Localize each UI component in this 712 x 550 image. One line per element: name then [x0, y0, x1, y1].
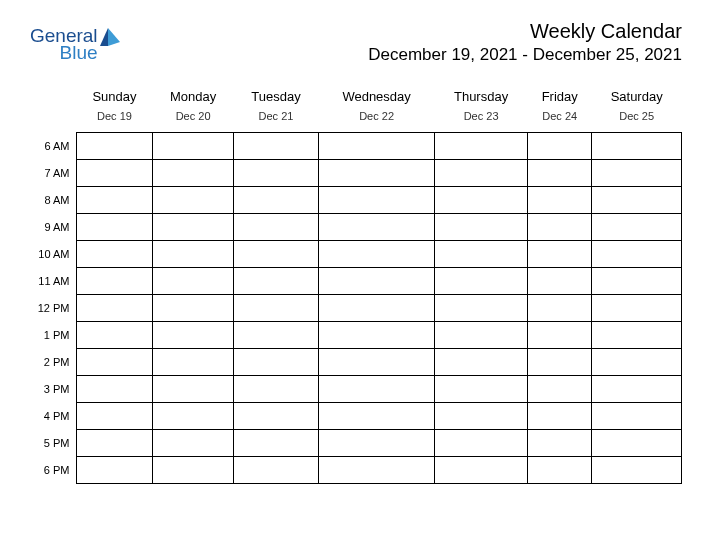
- time-slot[interactable]: [233, 268, 318, 295]
- time-slot[interactable]: [528, 430, 592, 457]
- time-slot[interactable]: [319, 322, 435, 349]
- time-slot[interactable]: [76, 133, 153, 160]
- time-slot[interactable]: [592, 160, 682, 187]
- time-slot[interactable]: [319, 430, 435, 457]
- time-slot[interactable]: [76, 322, 153, 349]
- time-slot[interactable]: [233, 322, 318, 349]
- time-slot[interactable]: [528, 322, 592, 349]
- time-slot[interactable]: [592, 349, 682, 376]
- page-title: Weekly Calendar: [368, 20, 682, 43]
- time-slot[interactable]: [435, 241, 528, 268]
- time-slot[interactable]: [76, 241, 153, 268]
- time-slot[interactable]: [319, 187, 435, 214]
- time-slot[interactable]: [76, 295, 153, 322]
- time-slot[interactable]: [435, 133, 528, 160]
- time-slot[interactable]: [435, 295, 528, 322]
- time-slot[interactable]: [592, 295, 682, 322]
- time-slot[interactable]: [153, 214, 233, 241]
- time-slot[interactable]: [435, 160, 528, 187]
- time-slot[interactable]: [528, 376, 592, 403]
- time-slot[interactable]: [76, 430, 153, 457]
- time-slot[interactable]: [592, 187, 682, 214]
- time-slot[interactable]: [233, 430, 318, 457]
- time-slot[interactable]: [435, 403, 528, 430]
- time-slot[interactable]: [233, 214, 318, 241]
- time-slot[interactable]: [435, 457, 528, 484]
- time-slot[interactable]: [153, 322, 233, 349]
- time-slot[interactable]: [435, 349, 528, 376]
- time-slot[interactable]: [153, 268, 233, 295]
- time-slot[interactable]: [153, 241, 233, 268]
- time-slot[interactable]: [528, 187, 592, 214]
- time-slot[interactable]: [528, 457, 592, 484]
- time-slot[interactable]: [76, 376, 153, 403]
- time-slot[interactable]: [319, 214, 435, 241]
- time-slot[interactable]: [592, 376, 682, 403]
- weekly-calendar: Sunday Monday Tuesday Wednesday Thursday…: [30, 83, 682, 484]
- time-slot[interactable]: [528, 241, 592, 268]
- time-slot[interactable]: [233, 187, 318, 214]
- time-slot[interactable]: [76, 187, 153, 214]
- time-slot[interactable]: [435, 214, 528, 241]
- time-slot[interactable]: [233, 241, 318, 268]
- time-slot[interactable]: [319, 457, 435, 484]
- time-slot[interactable]: [528, 295, 592, 322]
- hour-row: 1 PM: [30, 322, 682, 349]
- time-slot[interactable]: [592, 133, 682, 160]
- time-slot[interactable]: [153, 160, 233, 187]
- time-slot[interactable]: [153, 403, 233, 430]
- time-slot[interactable]: [233, 295, 318, 322]
- time-slot[interactable]: [153, 376, 233, 403]
- time-label: 7 AM: [30, 160, 76, 187]
- time-slot[interactable]: [153, 430, 233, 457]
- time-slot[interactable]: [319, 160, 435, 187]
- time-slot[interactable]: [319, 349, 435, 376]
- time-slot[interactable]: [592, 403, 682, 430]
- logo-text: General Blue: [30, 26, 98, 62]
- time-slot[interactable]: [319, 133, 435, 160]
- time-slot[interactable]: [153, 133, 233, 160]
- time-slot[interactable]: [528, 133, 592, 160]
- time-slot[interactable]: [592, 322, 682, 349]
- time-label: 10 AM: [30, 241, 76, 268]
- time-slot[interactable]: [319, 268, 435, 295]
- time-slot[interactable]: [435, 322, 528, 349]
- date-range: December 19, 2021 - December 25, 2021: [368, 45, 682, 65]
- time-slot[interactable]: [319, 376, 435, 403]
- time-slot[interactable]: [76, 160, 153, 187]
- time-slot[interactable]: [528, 349, 592, 376]
- time-slot[interactable]: [319, 241, 435, 268]
- time-slot[interactable]: [435, 430, 528, 457]
- time-slot[interactable]: [233, 349, 318, 376]
- time-slot[interactable]: [233, 403, 318, 430]
- time-slot[interactable]: [153, 295, 233, 322]
- time-slot[interactable]: [76, 214, 153, 241]
- time-slot[interactable]: [592, 268, 682, 295]
- time-slot[interactable]: [233, 457, 318, 484]
- time-slot[interactable]: [592, 214, 682, 241]
- time-label: 2 PM: [30, 349, 76, 376]
- time-slot[interactable]: [319, 295, 435, 322]
- time-slot[interactable]: [153, 349, 233, 376]
- time-slot[interactable]: [233, 160, 318, 187]
- time-slot[interactable]: [76, 268, 153, 295]
- time-slot[interactable]: [528, 268, 592, 295]
- time-slot[interactable]: [528, 403, 592, 430]
- logo: General Blue: [30, 26, 122, 62]
- time-slot[interactable]: [233, 133, 318, 160]
- time-slot[interactable]: [435, 268, 528, 295]
- time-slot[interactable]: [592, 241, 682, 268]
- time-slot[interactable]: [435, 376, 528, 403]
- time-slot[interactable]: [592, 457, 682, 484]
- time-slot[interactable]: [153, 457, 233, 484]
- time-slot[interactable]: [153, 187, 233, 214]
- time-slot[interactable]: [592, 430, 682, 457]
- time-slot[interactable]: [76, 403, 153, 430]
- time-slot[interactable]: [76, 349, 153, 376]
- time-slot[interactable]: [233, 376, 318, 403]
- time-slot[interactable]: [76, 457, 153, 484]
- time-slot[interactable]: [319, 403, 435, 430]
- time-slot[interactable]: [528, 214, 592, 241]
- time-slot[interactable]: [435, 187, 528, 214]
- time-slot[interactable]: [528, 160, 592, 187]
